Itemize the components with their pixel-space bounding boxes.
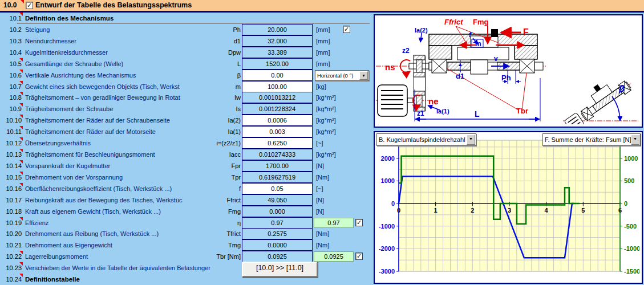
row-number: 10.9 [0,105,22,112]
unit-label: [Nm] [316,230,329,237]
chevron-down-icon[interactable]: ▼ [467,135,475,145]
right-tick-label: -500 [624,223,637,230]
diagram-label: L [475,109,480,119]
value-cell[interactable]: 0.0000 [242,239,313,251]
value-cell[interactable]: 20.000 [242,24,313,35]
value-cell[interactable]: 33.389 [242,47,313,58]
chevron-down-icon[interactable]: ▼ [631,135,639,145]
comment-marker-icon [19,172,23,175]
row-number: 10.19 [0,219,22,226]
value-cell[interactable]: 0.001228324 [242,103,313,115]
symbol-label: Ia(1) [184,128,241,135]
row-number: 10.17 [0,197,22,203]
row-label: Definition des Mechanismus [25,15,226,22]
row-number: 10.16 [0,185,22,192]
value-cell[interactable]: 0.00 [242,70,313,81]
value-cell[interactable]: 0.05 [242,183,313,194]
orientation-dropdown[interactable]: Horizontal (0 °)▼ [315,70,369,81]
mechanism-diagram: FfrictFmgFmfIa(2)z2nsnez1Ia(1)d1vPhLTbrβ [375,15,639,124]
row-number: 10.18 [0,208,22,215]
right-tick-label: -1000 [624,245,639,252]
row-number: 10.15 [0,174,22,181]
comment-marker-icon [19,58,23,62]
comment-marker-icon [19,183,23,186]
symbol-label: m [184,83,241,90]
use-value-checkbox[interactable] [355,219,363,226]
diagram-label: β [618,84,625,93]
comment-marker-icon [19,251,23,254]
chart-series-right-value: F. Summe der Kräfte: Fsum [N] [545,136,631,143]
unit-label: [~] [316,185,323,192]
diagram-label: Fmg [473,18,489,26]
table-row: 10.21Drehmoment aus EigengewichtTmg0.000… [0,239,372,251]
use-value-checkbox[interactable] [343,26,350,33]
value-cell[interactable]: 0.000 [242,206,313,217]
value-cell[interactable]: 0.6250 [242,137,313,149]
table-row: 10.1Definition des Mechanismus [0,13,372,24]
chart-series-right-dropdown[interactable]: F. Summe der Kräfte: Fsum [N] ▼ [542,133,641,146]
table-row: 10.8Trägheitsmoment – von geradliniger B… [0,92,372,103]
value-cell[interactable]: 49.050 [242,194,313,206]
comment-marker-icon [19,92,23,95]
comment-marker-icon [19,274,23,277]
left-tick-label: -1000 [379,223,395,230]
table-row: 10.6Vertikale Ausrichtung des Mechanismu… [0,70,372,81]
unit-label: [mm] [316,38,330,44]
row-number: 10.12 [0,140,22,146]
override-cell[interactable]: 0.97 [314,218,354,228]
unit-label: [kg*m²] [316,151,336,158]
value-cell[interactable]: 100.00 [242,81,313,92]
comment-marker-icon [19,217,23,221]
symbol-label: i=(z2/z1) [184,140,241,146]
unit-label: [N] [316,197,324,203]
x-tick-label: 1 [434,207,438,214]
value-cell[interactable]: 0.0925 [242,251,313,262]
row-number: 10.6 [0,72,22,79]
comment-marker-icon [19,137,23,141]
table-row: 10.4KugelmittenkreisdurchmesserDpw33.389… [0,47,372,58]
value-cell[interactable]: 1700.00 [242,160,313,172]
symbol-label: Tbr [Nm] [184,253,241,260]
value-cell[interactable]: 0.003 [242,126,313,137]
comment-marker-icon [19,70,23,73]
left-tick-label: -3000 [379,268,395,275]
chevron-down-icon[interactable]: ▼ [359,71,368,80]
row-number: 10.2 [0,26,22,33]
diagram-label: z2 [402,47,410,55]
comment-marker-icon [19,13,23,16]
value-cell[interactable]: 32.000 [242,35,313,47]
row-label: Verschieben der Werte in die Tabelle der… [25,264,241,271]
unit-label: [mm] [316,26,330,33]
table-row: 10.11Trägheitsmoment der Räder auf der M… [0,126,372,137]
chart-series-left-value: B. Kugelumlaufspindeldrehzahl [379,136,467,143]
value-cell[interactable]: 0.619627519 [242,172,313,183]
value-cell[interactable]: 1520.00 [242,58,313,70]
table-row: 10.10Trägheitsmoment der Räder auf der S… [0,115,372,126]
override-cell[interactable]: 0.0925 [314,251,354,262]
unit-label: [N] [316,162,324,169]
value-cell[interactable]: 0.0006 [242,115,313,126]
table-row: 10.19Effizienzη0.970.97 [0,217,372,229]
value-cell[interactable]: 0.2575 [242,228,313,239]
symbol-label: β [184,72,241,79]
load-spectrum-chart-panel: 0123456200010000-1000-2000-300010005000-… [374,131,643,284]
left-tick-label: 0 [391,200,395,207]
section-underline [17,23,370,23]
unit-label: [kg*m²] [316,128,336,135]
comment-marker-icon [21,0,24,3]
value-cell[interactable]: 0.97 [242,217,313,229]
comment-marker-icon [19,81,23,84]
value-cell[interactable]: 0.001013212 [242,92,313,103]
symbol-label: Fmg [184,208,241,215]
comment-marker-icon [19,115,23,118]
comment-marker-icon [19,160,23,164]
table-row: 10.24Definitionstabelle [0,274,372,285]
chart-series-left-dropdown[interactable]: B. Kugelumlaufspindeldrehzahl ▼ [376,133,476,146]
row-number: 10.5 [0,60,22,67]
row-number: 10.21 [0,242,22,249]
section-checkbox[interactable] [26,2,33,9]
diagram-label: Tbr [516,107,528,115]
row-number: 10.3 [0,38,22,44]
value-cell[interactable]: 0.010274333 [242,149,313,160]
use-value-checkbox[interactable] [355,253,363,260]
